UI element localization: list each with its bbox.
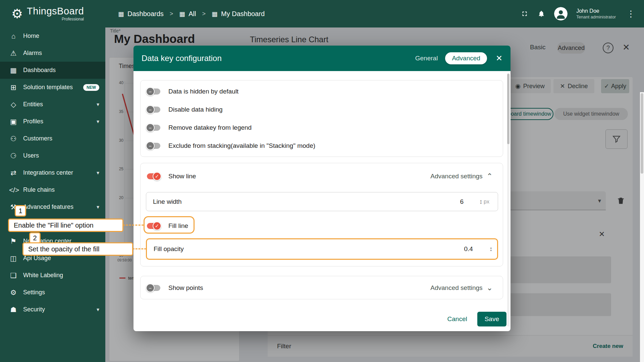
new-badge: NEW xyxy=(83,84,99,91)
sidebar-item-customers[interactable]: ⚇ Customers xyxy=(0,130,105,147)
sidebar-item-rule-chains[interactable]: </> Rule chains xyxy=(0,181,105,198)
sidebar-item-dashboards[interactable]: ▦ Dashboards xyxy=(0,62,105,79)
settings-gear-icon: ⚙ xyxy=(9,289,18,297)
fill-opacity-stepper[interactable]: ▴ ▾ xyxy=(490,246,492,252)
callout-step-1-text: Enable the "Fill line" option xyxy=(8,219,123,232)
breadcrumb-separator: > xyxy=(202,10,206,17)
page-scrollbar[interactable] xyxy=(640,92,644,362)
line-width-field: Line width ▴ ▾ px xyxy=(146,192,498,211)
stepper-down-icon[interactable]: ▾ xyxy=(480,202,482,204)
tab-general[interactable]: General xyxy=(415,55,438,62)
exclude-stacking-toggle[interactable]: − xyxy=(147,143,160,149)
save-button[interactable]: Save xyxy=(477,312,506,326)
chevron-down-icon: ▾ xyxy=(97,118,99,125)
callout-2-connector xyxy=(132,248,146,249)
api-usage-icon: ◫ xyxy=(9,254,18,262)
toggle-knob: − xyxy=(146,123,155,132)
sidebar-item-users[interactable]: ⚆ Users xyxy=(0,147,105,164)
sidebar-item-integrations-center[interactable]: ⇄ Integrations center ▾ xyxy=(0,164,105,181)
breadcrumb: ▦ Dashboards > ▦ All > ▦ My Dashboard xyxy=(118,10,265,18)
dialog-scrollbar[interactable] xyxy=(507,73,509,326)
dialog-header: Data key configuration General Advanced … xyxy=(133,46,511,71)
data-hidden-toggle[interactable]: − xyxy=(147,88,160,95)
sidebar-item-solution-templates[interactable]: ⊞ Solution templates NEW xyxy=(0,79,105,96)
chevron-down-icon: ▾ xyxy=(97,306,99,313)
dialog-scrollbar-thumb[interactable] xyxy=(507,74,509,144)
alarm-icon: ⚠ xyxy=(9,49,18,57)
dashboards-grid-icon: ▦ xyxy=(212,10,218,18)
app-logo[interactable]: ⚙ ThingsBoard Professional xyxy=(0,0,105,27)
line-width-stepper[interactable]: ▴ ▾ xyxy=(480,199,482,204)
breadcrumb-dashboards[interactable]: Dashboards xyxy=(127,10,164,18)
show-line-advanced-settings[interactable]: Advanced settings ⌃ xyxy=(430,172,493,181)
dashboards-icon: ▦ xyxy=(9,66,18,74)
kebab-menu-icon[interactable]: ⋮ xyxy=(627,9,635,19)
sidebar-item-white-labeling[interactable]: ❑ White Labeling xyxy=(0,267,105,284)
toggle-knob: − xyxy=(146,284,155,292)
sidebar-item-entities[interactable]: ◇ Entities ▾ xyxy=(0,96,105,113)
sidebar-menu: ⌂ Home ⚠ Alarms ▦ Dashboards ⊞ Solution … xyxy=(0,27,105,318)
show-points-advanced-settings[interactable]: Advanced settings ⌄ xyxy=(430,284,493,292)
show-line-toggle[interactable]: ✓ xyxy=(147,173,160,179)
white-labeling-icon: ❑ xyxy=(9,272,18,280)
disable-data-hiding-toggle[interactable]: − xyxy=(147,107,160,113)
chevron-down-icon: ▾ xyxy=(97,204,99,210)
data-key-configuration-dialog: Data key configuration General Advanced … xyxy=(133,46,511,331)
chevron-down-icon: ▾ xyxy=(97,101,99,108)
toggle-row-remove-legend: − Remove datakey from legend xyxy=(141,119,503,137)
home-icon: ⌂ xyxy=(9,32,18,40)
fill-opacity-input[interactable] xyxy=(463,245,490,253)
dashboards-grid-icon: ▦ xyxy=(179,10,185,18)
sidebar-item-profiles[interactable]: ▣ Profiles ▾ xyxy=(0,113,105,130)
user-info: John Doe Tenant administrator xyxy=(576,8,616,20)
brand-name: ThingsBoard xyxy=(27,6,84,17)
callout-step-2-badge: 2 xyxy=(29,232,41,244)
sidebar-item-alarms[interactable]: ⚠ Alarms xyxy=(0,45,105,62)
customers-icon: ⚇ xyxy=(9,135,18,143)
breadcrumb-separator: > xyxy=(170,10,173,17)
remove-datakey-legend-toggle[interactable]: − xyxy=(147,125,160,131)
show-points-row: − Show points Advanced settings ⌄ xyxy=(141,279,503,297)
sidebar-item-security[interactable]: ☗ Security ▾ xyxy=(0,301,105,318)
toggle-row-data-hidden: − Data is hidden by default xyxy=(141,82,503,101)
tab-advanced[interactable]: Advanced xyxy=(445,52,487,64)
show-points-toggle[interactable]: − xyxy=(147,285,160,291)
sidebar-item-settings[interactable]: ⚙ Settings xyxy=(0,284,105,301)
page-scrollbar-thumb[interactable] xyxy=(641,93,643,174)
chevron-down-icon: ⌄ xyxy=(487,284,493,292)
dashboards-grid-icon: ▦ xyxy=(118,10,124,18)
line-width-input[interactable] xyxy=(459,198,480,206)
security-shield-icon: ☗ xyxy=(9,306,18,314)
show-points-card: − Show points Advanced settings ⌄ xyxy=(140,276,503,299)
top-bar: ▦ Dashboards > ▦ All > ▦ My Dashboard Jo… xyxy=(105,0,644,27)
top-right-controls: John Doe Tenant administrator ⋮ xyxy=(521,7,635,20)
profiles-icon: ▣ xyxy=(9,118,18,126)
user-role: Tenant administrator xyxy=(576,14,616,20)
sidebar: ⚙ ThingsBoard Professional ⌂ Home ⚠ Alar… xyxy=(0,0,105,362)
notifications-bell-icon[interactable] xyxy=(537,10,545,18)
solution-templates-icon: ⊞ xyxy=(9,83,18,92)
toggle-knob: ✓ xyxy=(153,172,161,181)
callout-step-2-text: Set the opacity of the fill xyxy=(22,242,133,256)
line-width-unit: px xyxy=(484,199,492,205)
notification-icon: ⚑ xyxy=(9,237,18,245)
sidebar-item-home[interactable]: ⌂ Home xyxy=(0,27,105,45)
breadcrumb-all[interactable]: All xyxy=(189,10,196,18)
fullscreen-icon[interactable] xyxy=(521,10,529,18)
close-icon[interactable]: ✕ xyxy=(496,54,502,63)
user-name: John Doe xyxy=(576,8,616,14)
dialog-title: Data key configuration xyxy=(142,54,222,63)
breadcrumb-my-dashboard[interactable]: My Dashboard xyxy=(221,10,265,18)
toggle-knob: − xyxy=(146,87,155,96)
integrations-icon: ⇄ xyxy=(9,169,18,177)
rule-chains-icon: </> xyxy=(9,186,18,194)
show-line-card: ✓ Show line Advanced settings ⌃ Line wid… xyxy=(140,163,503,266)
fill-line-highlight-ring xyxy=(144,216,195,234)
toggle-knob: − xyxy=(146,105,155,114)
user-avatar[interactable] xyxy=(554,7,568,20)
chevron-up-icon: ⌃ xyxy=(487,172,493,181)
cancel-button[interactable]: Cancel xyxy=(447,315,467,323)
thingsboard-logo-icon: ⚙ xyxy=(11,7,23,20)
stepper-down-icon[interactable]: ▾ xyxy=(490,249,492,252)
chevron-down-icon: ▾ xyxy=(97,170,99,176)
